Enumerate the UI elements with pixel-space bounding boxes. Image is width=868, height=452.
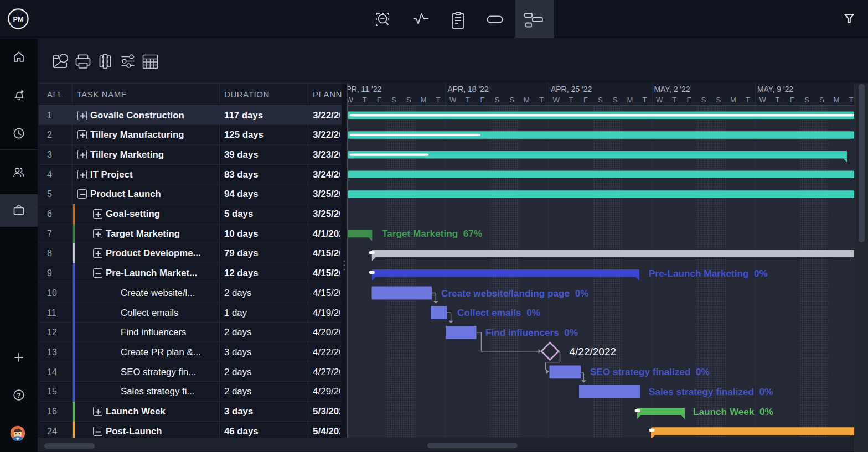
svg-text:T: T xyxy=(466,96,470,104)
svg-text:Pre-Launch Marketing 0%: Pre-Launch Marketing 0% xyxy=(649,268,768,279)
svg-text:M: M xyxy=(524,96,530,104)
svg-text:F: F xyxy=(687,96,691,104)
svg-text:T: T xyxy=(746,96,750,104)
svg-text:F: F xyxy=(583,96,588,104)
svg-text:S: S xyxy=(509,96,514,104)
svg-text:F: F xyxy=(377,96,381,104)
svg-text:W: W xyxy=(347,96,354,104)
svg-text:Target Marketing 67%: Target Marketing 67% xyxy=(382,228,482,239)
svg-text:T: T xyxy=(436,96,441,104)
svg-text:W: W xyxy=(553,96,560,104)
svg-text:F: F xyxy=(790,96,794,104)
svg-text:T: T xyxy=(569,96,573,104)
svg-text:S: S xyxy=(819,96,824,104)
svg-text:Create website/landing page 0: Create website/landing page 0% xyxy=(441,288,588,299)
svg-text:S: S xyxy=(406,96,411,104)
svg-text:W: W xyxy=(450,96,457,104)
svg-text:Collect emails 0%: Collect emails 0% xyxy=(457,307,540,318)
svg-text:4/22/2022: 4/22/2022 xyxy=(570,346,617,357)
svg-text:S: S xyxy=(701,96,706,104)
svg-text:S: S xyxy=(391,96,396,104)
svg-text:MAY, 9 '22: MAY, 9 '22 xyxy=(757,85,793,93)
svg-text:W: W xyxy=(760,96,767,104)
svg-text:APR, 25 '22: APR, 25 '22 xyxy=(551,85,592,93)
svg-text:M: M xyxy=(730,96,736,104)
svg-text:M: M xyxy=(627,96,633,104)
svg-text:S: S xyxy=(598,96,603,104)
svg-text:T: T xyxy=(849,96,854,104)
svg-text:PM: PM xyxy=(13,15,23,23)
svg-text:MAY, 2 '22: MAY, 2 '22 xyxy=(654,85,690,93)
svg-text:Launch Week 0%: Launch Week 0% xyxy=(693,406,773,417)
svg-text:Sales strategy finalized 0%: Sales strategy finalized 0% xyxy=(649,386,773,397)
svg-text:T: T xyxy=(539,96,544,104)
svg-text:APR, 11 '22: APR, 11 '22 xyxy=(347,85,381,93)
svg-text:SEO strategy finalized 0%: SEO strategy finalized 0% xyxy=(590,366,710,377)
svg-text:T: T xyxy=(643,96,647,104)
svg-text:?: ? xyxy=(17,392,20,399)
svg-text:S: S xyxy=(613,96,618,104)
svg-text:T: T xyxy=(672,96,676,104)
svg-text:T: T xyxy=(362,96,366,104)
svg-text:F: F xyxy=(480,96,485,104)
svg-text:Find influencers 0%: Find influencers 0% xyxy=(485,327,578,338)
svg-text:S: S xyxy=(804,96,809,104)
svg-text:M: M xyxy=(420,96,426,104)
svg-text:S: S xyxy=(716,96,721,104)
svg-text:M: M xyxy=(833,96,839,104)
svg-text:T: T xyxy=(775,96,779,104)
svg-text:S: S xyxy=(495,96,500,104)
svg-text:W: W xyxy=(656,96,663,104)
svg-text:APR, 18 '22: APR, 18 '22 xyxy=(447,85,488,93)
